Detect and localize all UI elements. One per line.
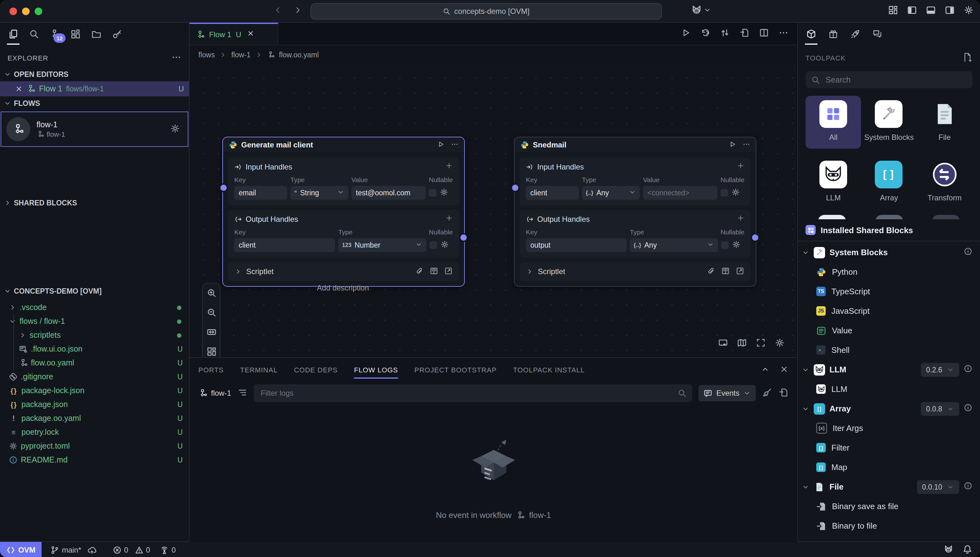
- panel-launch[interactable]: [848, 23, 862, 45]
- log-view-options-icon[interactable]: [237, 387, 247, 399]
- output-handle-dot[interactable]: [751, 233, 759, 242]
- block-map[interactable]: [ ]Map: [798, 458, 980, 477]
- info-icon[interactable]: [964, 403, 972, 414]
- output-type-select[interactable]: {..}Any: [630, 238, 718, 252]
- tree-item-package-lock[interactable]: { } package-lock.jsonU: [0, 384, 189, 397]
- tree-item-readme[interactable]: README.mdU: [0, 453, 189, 467]
- info-icon[interactable]: [964, 247, 972, 258]
- block-javascript[interactable]: JSJavaScript: [798, 301, 980, 321]
- tree-item-gitignore[interactable]: .gitignoreU: [0, 370, 189, 384]
- toolpack-filter-transform[interactable]: Transform: [917, 156, 972, 208]
- filter-logs-input[interactable]: [260, 388, 673, 398]
- settings-gear-icon[interactable]: [964, 5, 974, 17]
- canvas-settings-gear-icon[interactable]: [775, 338, 785, 350]
- handle-settings-gear-icon[interactable]: [731, 187, 740, 198]
- scriptlet-row[interactable]: Scriptlet: [520, 262, 751, 281]
- notifications-bell-icon[interactable]: [962, 544, 972, 556]
- breadcrumb-flows[interactable]: flows: [198, 51, 215, 59]
- tab-close-icon[interactable]: [247, 29, 254, 39]
- block-filter[interactable]: [ ]Filter: [798, 438, 980, 458]
- open-editors-section[interactable]: OPEN EDITORS: [0, 67, 189, 81]
- add-description-button[interactable]: Add description: [222, 283, 463, 292]
- add-input-handle-icon[interactable]: [737, 162, 744, 171]
- toolpack-filter-llm[interactable]: LLM: [806, 156, 861, 208]
- toggle-left-sidebar-icon[interactable]: [907, 5, 917, 17]
- activity-search[interactable]: [27, 23, 41, 45]
- output-type-select[interactable]: 123Number: [338, 238, 426, 252]
- flow-card[interactable]: flow-1 flow-1: [1, 112, 189, 147]
- ports-status[interactable]: 0: [160, 546, 176, 554]
- block-llm[interactable]: LLM: [798, 379, 980, 399]
- log-flow-selector[interactable]: flow-1: [198, 389, 231, 397]
- nullable-checkbox[interactable]: [721, 241, 729, 249]
- panel-tab-terminal[interactable]: TERMINAL: [240, 358, 278, 382]
- maximize-window-button[interactable]: [35, 7, 42, 15]
- open-external-icon[interactable]: [736, 266, 744, 277]
- toolpack-filter-system-blocks[interactable]: System Blocks: [861, 96, 917, 148]
- open-external-icon[interactable]: [444, 266, 453, 277]
- toolpack-search-input[interactable]: [824, 75, 967, 85]
- tree-item-flows-flow-1[interactable]: flows / flow-1: [0, 314, 189, 328]
- activity-folder[interactable]: [89, 23, 103, 45]
- file-version-select[interactable]: 0.0.10: [917, 480, 959, 493]
- tree-item-pyproject[interactable]: pyproject.tomlU: [0, 439, 189, 453]
- explorer-more-icon[interactable]: [171, 52, 181, 64]
- group-array[interactable]: [ ] Array 0.0.8: [798, 399, 980, 419]
- tree-item-vscode[interactable]: .vscode: [0, 301, 189, 314]
- command-center[interactable]: concepts-demo [OVM]: [310, 3, 662, 20]
- output-key-field[interactable]: [526, 238, 627, 252]
- toggle-bottom-panel-icon[interactable]: [926, 5, 936, 17]
- tree-item-poetry-lock[interactable]: ≡ poetry.lockU: [0, 425, 189, 439]
- block-python[interactable]: Python: [798, 262, 980, 282]
- panel-chat[interactable]: [870, 23, 884, 45]
- panel-tab-flow-logs[interactable]: FLOW LOGS: [354, 358, 398, 382]
- output-handle-dot[interactable]: [459, 233, 468, 242]
- group-system-blocks[interactable]: System Blocks: [798, 243, 980, 262]
- input-value-field[interactable]: [643, 186, 717, 200]
- run-flow-icon[interactable]: [681, 28, 691, 40]
- info-icon[interactable]: [964, 364, 972, 375]
- docs-icon[interactable]: [429, 266, 438, 277]
- open-editor-item[interactable]: Flow 1 flows/flow-1 U: [0, 81, 189, 96]
- group-file[interactable]: File 0.0.10: [798, 477, 980, 497]
- input-type-select[interactable]: {..}Any: [582, 186, 640, 200]
- run-node-icon[interactable]: [729, 140, 736, 150]
- attach-icon[interactable]: [415, 266, 424, 277]
- llm-version-select[interactable]: 0.2.6: [921, 363, 959, 376]
- block-copy-file[interactable]: Copy file: [798, 536, 980, 541]
- more-actions-icon[interactable]: [778, 28, 788, 40]
- history-back-icon[interactable]: [273, 5, 283, 17]
- node-snedmail[interactable]: Snedmail Input Handles KeyTypeValueNulla…: [514, 137, 756, 287]
- node-generate-mail-client[interactable]: Generate mail client Input Handles KeyTy…: [222, 137, 465, 287]
- history-forward-icon[interactable]: [293, 5, 303, 17]
- remote-indicator[interactable]: OVM: [0, 542, 42, 557]
- tab-flow-1[interactable]: Flow 1 U: [190, 23, 278, 45]
- block-binary-to-file[interactable]: Binary to file: [798, 516, 980, 536]
- toolpack-filter-array[interactable]: [ ] Array: [861, 156, 917, 208]
- panel-packages[interactable]: [826, 23, 840, 45]
- shared-blocks-section[interactable]: SHARED BLOCKS: [0, 196, 189, 210]
- input-value-field[interactable]: [351, 186, 426, 200]
- add-output-handle-icon[interactable]: [445, 214, 453, 224]
- toolpack-filter-file[interactable]: File: [917, 96, 972, 148]
- problems-status[interactable]: 0 0: [113, 546, 150, 554]
- assistant-fox-icon[interactable]: [943, 544, 954, 556]
- handle-settings-gear-icon[interactable]: [440, 187, 449, 198]
- zoom-out-icon[interactable]: [203, 306, 220, 319]
- clear-logs-icon[interactable]: [762, 387, 772, 399]
- breadcrumb-flow-1[interactable]: flow-1: [231, 51, 250, 59]
- output-key-field[interactable]: [234, 238, 335, 252]
- fit-width-icon[interactable]: [203, 325, 220, 339]
- activity-extensions[interactable]: [69, 23, 83, 45]
- rerun-flow-icon[interactable]: [700, 28, 710, 40]
- activity-explorer[interactable]: [6, 23, 20, 45]
- nullable-checkbox[interactable]: [429, 189, 436, 197]
- close-icon[interactable]: [15, 85, 23, 93]
- block-binary-save-as-file[interactable]: Binary save as file: [798, 497, 980, 516]
- compare-icon[interactable]: [720, 28, 730, 40]
- array-version-select[interactable]: 0.0.8: [921, 402, 959, 415]
- events-filter-dropdown[interactable]: Events: [699, 385, 756, 401]
- minimize-window-button[interactable]: [22, 7, 29, 15]
- toolpack-filter-all[interactable]: All: [806, 96, 861, 148]
- split-editor-icon[interactable]: [759, 28, 769, 40]
